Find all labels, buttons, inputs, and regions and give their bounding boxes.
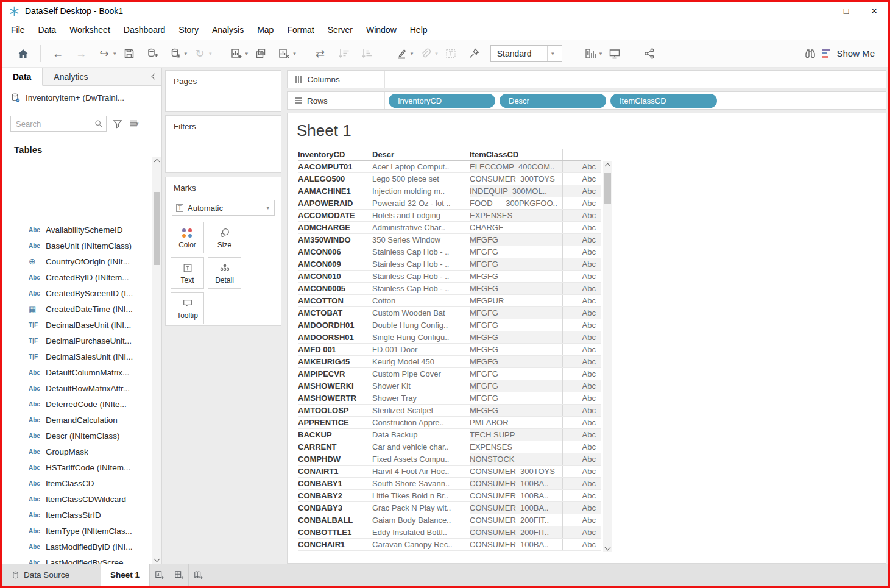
datasource-item[interactable]: InventoryItem+ (DwTraini... bbox=[2, 86, 161, 110]
descr-cell[interactable]: Custom Wooden Bat bbox=[372, 307, 470, 319]
itemclasscd-cell[interactable]: MFGFG bbox=[470, 368, 562, 380]
descr-cell[interactable]: Single Hung Configu.. bbox=[372, 331, 470, 343]
filter-fields-button[interactable] bbox=[113, 119, 122, 129]
descr-cell[interactable]: Grac Pack N Play wit.. bbox=[372, 502, 470, 514]
menu-item[interactable]: Dashboard bbox=[117, 20, 172, 40]
abc-cell[interactable]: Abc bbox=[562, 466, 601, 477]
scroll-down-icon[interactable] bbox=[152, 554, 161, 564]
pause-updates-caret-icon[interactable]: ▾ bbox=[185, 51, 188, 57]
new-worksheet-button[interactable] bbox=[228, 46, 244, 62]
table-row[interactable]: AAMACHINE1 Injection molding m.. INDEQUI… bbox=[298, 185, 601, 197]
menu-item[interactable]: Story bbox=[172, 20, 205, 40]
tab-analytics[interactable]: Analytics bbox=[43, 68, 99, 85]
abc-cell[interactable]: Abc bbox=[562, 210, 601, 221]
view-options-caret-icon[interactable]: ▾ bbox=[136, 121, 139, 127]
field-item[interactable]: DecimalBaseUnit (INI... bbox=[2, 317, 152, 333]
table-row[interactable]: AMCON006 Stainless Cap Hob - .. MFGFG Ab… bbox=[298, 246, 601, 258]
inventorycd-cell[interactable]: CONBALBALL bbox=[298, 514, 372, 526]
abc-cell[interactable]: Abc bbox=[562, 197, 601, 209]
new-dashboard-button[interactable] bbox=[169, 564, 189, 586]
table-row[interactable]: AMCON010 Stainless Cap Hob - .. MFGFG Ab… bbox=[298, 271, 601, 283]
search-box[interactable] bbox=[10, 116, 107, 132]
abc-cell[interactable]: Abc bbox=[562, 271, 601, 282]
itemclasscd-cell[interactable]: MFGFG bbox=[470, 271, 562, 282]
field-item[interactable]: DefaultRowMatrixAttr... bbox=[2, 380, 152, 396]
table-row[interactable]: AMCON009 Stainless Cap Hob - .. MFGFG Ab… bbox=[298, 258, 601, 271]
inventorycd-cell[interactable]: CONBABY1 bbox=[298, 478, 372, 489]
inventorycd-cell[interactable]: CONBABY2 bbox=[298, 490, 372, 501]
abc-cell[interactable]: Abc bbox=[562, 526, 601, 538]
highlight-button[interactable] bbox=[394, 46, 409, 62]
table-row[interactable]: AAPOWERAID Poweraid 32 Oz - lot .. FOOD … bbox=[298, 197, 601, 210]
inventorycd-cell[interactable]: AMTOOLOSP bbox=[298, 405, 372, 416]
menu-item[interactable]: Server bbox=[321, 20, 359, 40]
find-button[interactable] bbox=[802, 46, 818, 62]
abc-cell[interactable]: Abc bbox=[562, 258, 601, 270]
new-worksheet-caret-icon[interactable]: ▾ bbox=[245, 51, 249, 57]
color-button[interactable]: Color bbox=[171, 222, 204, 253]
view-mode-caret-icon[interactable]: ▾ bbox=[551, 51, 554, 57]
table-row[interactable]: AMCON0005 Stainless Cap Hob - .. MFGFG A… bbox=[298, 283, 601, 295]
descr-cell[interactable]: Injection molding m.. bbox=[372, 185, 470, 197]
presentation-mode-button[interactable] bbox=[607, 46, 623, 62]
inventorycd-cell[interactable]: AMCTOBAT bbox=[298, 307, 372, 319]
field-item[interactable]: DefaultColumnMatrix... bbox=[2, 364, 152, 380]
descr-cell[interactable]: Sterilized Scalpel bbox=[372, 405, 470, 416]
filters-shelf[interactable]: Filters bbox=[165, 115, 281, 173]
table-scrollbar[interactable] bbox=[603, 161, 612, 552]
refresh-button[interactable]: ↻ bbox=[192, 46, 208, 62]
inventorycd-cell[interactable]: AMCON006 bbox=[298, 246, 372, 258]
field-item[interactable]: CountryOfOrigin (INIt... bbox=[2, 253, 152, 269]
inventorycd-cell[interactable]: CONCHAIR1 bbox=[298, 539, 372, 550]
forward-button[interactable]: → bbox=[73, 46, 89, 62]
table-row[interactable]: CONAIRT1 Harvil 4 Foot Air Hoc.. CONSUME… bbox=[298, 466, 601, 478]
field-item[interactable]: LastModifiedByID (INI... bbox=[2, 539, 152, 554]
descr-cell[interactable]: Lego 500 piece set bbox=[372, 173, 470, 185]
descr-cell[interactable]: Fixed Assets Compu.. bbox=[372, 453, 470, 465]
table-row[interactable]: CONBABY3 Grac Pack N Play wit.. CONSUMER… bbox=[298, 502, 601, 514]
field-item[interactable]: DeferredCode (INIte... bbox=[2, 396, 152, 412]
abc-cell[interactable]: Abc bbox=[562, 392, 601, 404]
view-mode-select[interactable]: Standard ▾ bbox=[490, 45, 562, 62]
mark-type-select[interactable]: T Automatic ▾ bbox=[172, 200, 275, 216]
itemclasscd-cell[interactable]: MFGFG bbox=[470, 392, 562, 404]
inventorycd-cell[interactable]: CONBOTTLE1 bbox=[298, 526, 372, 538]
collapse-pane-button[interactable] bbox=[147, 68, 161, 85]
table-row[interactable]: CONCHAIR1 Caravan Canopy Rec.. CONSUMER … bbox=[298, 539, 601, 551]
descr-cell[interactable]: Construction Appre.. bbox=[372, 417, 470, 428]
descr-cell[interactable]: 350 Series Window bbox=[372, 234, 470, 246]
itemclasscd-cell[interactable]: INDEQUIP 300MOL.. bbox=[470, 185, 562, 197]
table-row[interactable]: AMTOOLOSP Sterilized Scalpel MFGFG Abc bbox=[298, 405, 601, 417]
save-button[interactable] bbox=[121, 46, 137, 62]
inventorycd-cell[interactable]: AMDOORSH01 bbox=[298, 331, 372, 343]
itemclasscd-cell[interactable]: MFGFG bbox=[470, 344, 562, 355]
search-input[interactable] bbox=[11, 119, 90, 129]
abc-cell[interactable]: Abc bbox=[562, 441, 601, 453]
scroll-down-icon[interactable] bbox=[603, 542, 612, 552]
descr-cell[interactable]: Double Hung Config.. bbox=[372, 319, 470, 331]
descr-cell[interactable]: Keurig Model 450 bbox=[372, 356, 470, 367]
table-row[interactable]: AM350WINDO 350 Series Window MFGFG Abc bbox=[298, 234, 601, 246]
field-item[interactable]: CreatedByScreenID (I... bbox=[2, 285, 152, 301]
duplicate-sheet-button[interactable] bbox=[253, 46, 269, 62]
redo-button[interactable]: ↪ bbox=[96, 46, 112, 62]
table-row[interactable]: CARRENT Car and vehicle char.. EXPENSES … bbox=[298, 441, 601, 453]
table-row[interactable]: AMCOTTON Cotton MFGPUR Abc bbox=[298, 295, 601, 307]
inventorycd-cell[interactable]: ADMCHARGE bbox=[298, 222, 372, 233]
attach-button[interactable] bbox=[418, 46, 434, 62]
attach-caret-icon[interactable]: ▾ bbox=[435, 51, 438, 57]
abc-cell[interactable]: Abc bbox=[562, 514, 601, 526]
field-item[interactable]: DemandCalculation bbox=[2, 412, 152, 428]
field-item[interactable]: LastModifiedByScree... bbox=[2, 554, 152, 564]
scrollbar-thumb[interactable] bbox=[604, 173, 611, 204]
dimension-pill[interactable]: InventoryCD bbox=[389, 94, 495, 108]
view-options-button[interactable]: ▾ bbox=[129, 119, 140, 129]
column-header[interactable]: Descr bbox=[372, 149, 470, 160]
field-item[interactable]: DecimalSalesUnit (INI... bbox=[2, 349, 152, 364]
abc-cell[interactable]: Abc bbox=[562, 405, 601, 416]
abc-cell[interactable]: Abc bbox=[562, 453, 601, 465]
field-item[interactable]: Descr (INItemClass) bbox=[2, 428, 152, 444]
menu-item[interactable]: Data bbox=[32, 20, 63, 40]
highlight-caret-icon[interactable]: ▾ bbox=[411, 51, 414, 57]
close-button[interactable]: × bbox=[860, 2, 888, 20]
